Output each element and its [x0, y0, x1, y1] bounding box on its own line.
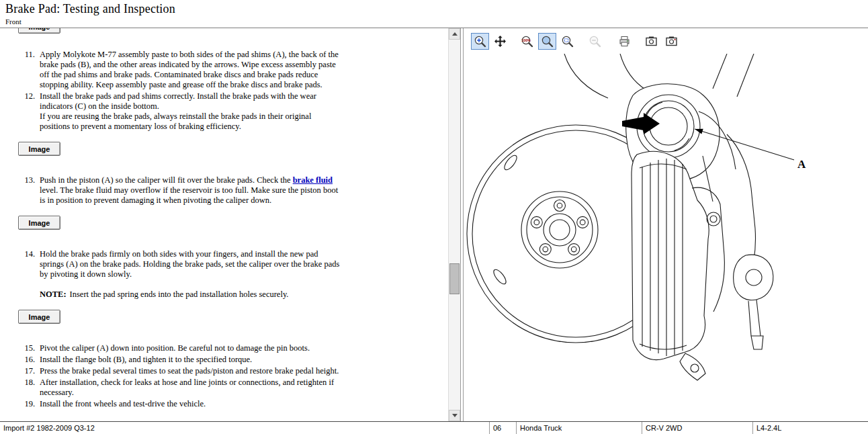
arrow-up-icon [452, 32, 458, 36]
image-button[interactable]: Image [18, 310, 60, 324]
step-number: 13. [12, 175, 35, 206]
status-engine: L4-2.4L [752, 422, 868, 434]
zoom-out-icon [589, 35, 601, 48]
scroll-up-button[interactable] [449, 28, 460, 40]
image-button-row: Image [18, 310, 448, 324]
zoom-window-button[interactable] [558, 33, 576, 50]
zoom-window-icon [561, 35, 574, 48]
step-text: Apply Molykote M-77 assembly paste to bo… [40, 50, 343, 90]
step-number: 12. [12, 91, 35, 132]
print-button[interactable] [615, 33, 634, 50]
image-viewer-panel: 100% [463, 28, 868, 421]
zoom-out-button[interactable] [586, 33, 604, 50]
vertical-scrollbar[interactable] [448, 28, 460, 421]
callout-a-label: A [797, 158, 806, 171]
brake-assembly-diagram[interactable]: A [464, 54, 868, 421]
scrollbar-thumb[interactable] [449, 263, 460, 294]
page-subtitle: Front [5, 17, 21, 26]
step-text: Hold the brake pads firmly on both sides… [40, 249, 343, 300]
ball-joint [727, 134, 773, 349]
image-button[interactable]: Image [18, 216, 60, 230]
step-text: Install the flange bolt (B), and tighten… [40, 355, 343, 365]
step-15: 15. Pivot the caliper (A) down into posi… [12, 343, 448, 353]
caliper-body [632, 151, 724, 380]
copy-image-button[interactable] [662, 33, 681, 50]
step-text: Push in the piston (A) so the caliper wi… [40, 175, 343, 206]
step-number: 16. [12, 355, 35, 365]
note-line: NOTE:Insert the pad spring ends into the… [40, 290, 343, 300]
step-text: Install the front wheels and test-drive … [40, 399, 343, 409]
step-13: 13. Push in the piston (A) so the calipe… [12, 175, 448, 206]
zoom-100-icon: 100% [521, 35, 533, 48]
step-number: 11. [12, 50, 35, 90]
step-text-segment: level. The brake fluid may overflow if t… [40, 185, 338, 205]
status-make: Honda Truck [516, 422, 642, 434]
status-bar: Import #2 1982-2009 Q3-12 06 Honda Truck… [0, 421, 868, 434]
note-text: Insert the pad spring ends into the pad … [70, 290, 289, 299]
step-number: 15. [12, 343, 35, 353]
step-12: 12. Install the brake pads and pad shims… [12, 91, 448, 132]
wheel-hub [521, 191, 598, 268]
procedure-panel: Image 11. Apply Molykote M-77 assembly p… [0, 28, 461, 421]
note-label: NOTE: [40, 290, 67, 299]
zoom-in-icon [474, 35, 486, 48]
step-text-line: Install the brake pads and pad shims cor… [40, 91, 343, 112]
title-bar: Brake Pad: Testing and Inspection Front [0, 0, 868, 28]
snapshot-icon [645, 35, 658, 48]
snapshot-button[interactable] [642, 33, 660, 50]
step-text: Pivot the caliper (A) down into position… [40, 343, 343, 353]
zoom-fit-button[interactable] [538, 33, 556, 50]
step-11: 11. Apply Molykote M-77 assembly paste t… [12, 50, 448, 90]
status-dataset: Import #2 1982-2009 Q3-12 [0, 422, 489, 434]
main-split: Image 11. Apply Molykote M-77 assembly p… [0, 28, 868, 421]
image-toolbar: 100% [464, 28, 868, 54]
step-text-segment: Push in the piston (A) so the caliper wi… [40, 175, 293, 185]
image-button-row: Image [18, 142, 448, 156]
image-button[interactable]: Image [18, 142, 60, 156]
step-text-line: If you are reusing the brake pads, alway… [40, 112, 343, 132]
print-icon [618, 35, 631, 48]
step-text-line: Hold the brake pads firmly on both sides… [40, 249, 343, 279]
step-16: 16. Install the flange bolt (B), and tig… [12, 355, 448, 365]
step-number: 19. [12, 399, 35, 409]
step-text: Install the brake pads and pad shims cor… [40, 91, 343, 132]
procedure-text-pane: Image 11. Apply Molykote M-77 assembly p… [0, 28, 448, 421]
status-year: 06 [489, 422, 516, 434]
step-14: 14. Hold the brake pads firmly on both s… [12, 249, 448, 300]
step-18: 18. After installation, check for leaks … [12, 378, 448, 398]
step-text: After installation, check for leaks at h… [40, 378, 343, 398]
step-text: Press the brake pedal several times to s… [40, 366, 343, 376]
step-number: 17. [12, 366, 35, 376]
image-button-row: Image [18, 216, 448, 230]
page-title: Brake Pad: Testing and Inspection [5, 2, 175, 16]
status-model: CR-V 2WD [642, 422, 752, 434]
scroll-down-button[interactable] [449, 410, 460, 421]
brake-fluid-link[interactable]: brake fluid [293, 175, 333, 185]
zoom-in-button[interactable] [471, 33, 489, 50]
step-19: 19. Install the front wheels and test-dr… [12, 399, 448, 409]
image-button[interactable]: Image [18, 28, 60, 34]
step-number: 18. [12, 378, 35, 398]
pan-button[interactable] [491, 33, 509, 50]
zoom-fit-icon [541, 35, 554, 48]
arrow-down-icon [452, 414, 458, 417]
copy-image-icon [665, 35, 678, 48]
step-number: 14. [12, 249, 35, 300]
svg-text:100%: 100% [521, 38, 531, 42]
zoom-100-button[interactable]: 100% [518, 33, 536, 50]
step-17: 17. Press the brake pedal several times … [12, 366, 448, 376]
pan-icon [494, 35, 507, 48]
